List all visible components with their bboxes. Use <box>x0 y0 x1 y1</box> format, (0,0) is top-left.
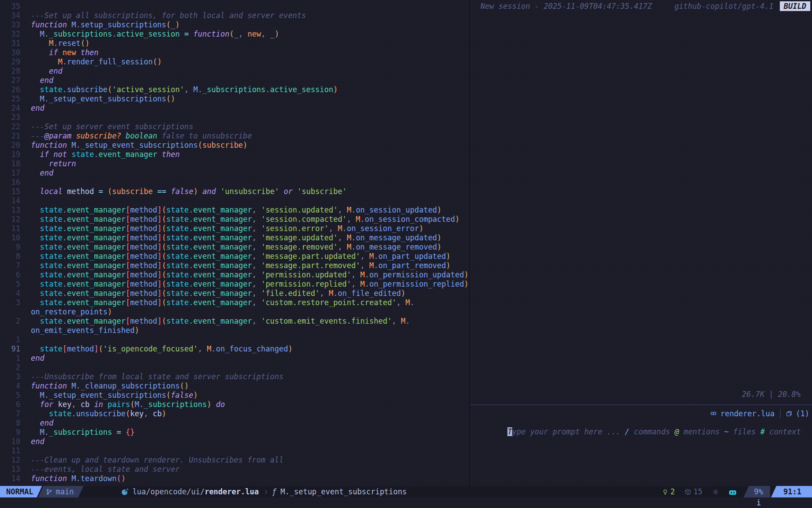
breadcrumb-function: M._setup_event_subscriptions <box>280 486 407 497</box>
git-branch[interactable]: main <box>38 486 83 497</box>
line-number: 11 <box>0 224 20 233</box>
code-line[interactable]: 3---Unsubscribe from local state and ser… <box>0 372 469 381</box>
code-text: state.event_manager[method](state.event_… <box>31 215 460 224</box>
code-line[interactable]: 22---Set up server event subscriptions <box>0 122 469 131</box>
line-number: 20 <box>0 141 20 150</box>
chat-panel: New session - 2025-11-09T04:47:35.417Z g… <box>470 0 812 486</box>
code-line[interactable]: 2 <box>0 363 469 372</box>
code-line[interactable]: 14 <box>0 196 469 205</box>
input-window-separator[interactable] <box>470 404 812 405</box>
code-line[interactable]: 4function M._cleanup_subscriptions() <box>0 381 469 391</box>
line-number: 3 <box>0 372 20 381</box>
model-label: github-copilot/gpt-4.1 <box>674 2 774 11</box>
code-text: state.subscribe('active_session', M._sub… <box>31 85 338 94</box>
code-line[interactable]: 24end <box>0 104 469 113</box>
code-line[interactable]: 13---events, local state and server <box>0 465 469 474</box>
code-line[interactable]: 9 state.event_manager[method](state.even… <box>0 243 469 252</box>
code-text: state.event_manager[method](state.event_… <box>31 261 451 270</box>
diagnostics-hint[interactable]: 2 <box>662 486 675 497</box>
code-line[interactable]: 32 M._subscriptions.active_session = fun… <box>0 30 469 39</box>
code-line[interactable]: 27 end <box>0 76 469 85</box>
line-number: 6 <box>0 400 20 409</box>
code-line[interactable]: 35 <box>0 2 469 11</box>
code-line[interactable]: on_emit_events_finished) <box>0 326 469 335</box>
line-number: 34 <box>0 11 20 20</box>
code-line[interactable]: 26 state.subscribe('active_session', M._… <box>0 85 469 94</box>
code-text: state.event_manager[method](state.event_… <box>31 289 406 298</box>
line-number: 11 <box>0 446 20 456</box>
code-line[interactable]: 5 M._setup_event_subscriptions(false) <box>0 391 469 400</box>
code-line[interactable]: 7 state.event_manager[method](state.even… <box>0 261 469 270</box>
code-line[interactable]: 7 state.unsubscribe(key, cb) <box>0 409 469 418</box>
code-text: ---Clean up and teardown renderer. Unsub… <box>31 456 283 465</box>
code-line[interactable]: 25 M._setup_event_subscriptions() <box>0 94 469 104</box>
code-line[interactable]: 18 return <box>0 159 469 168</box>
line-number: 30 <box>0 48 20 57</box>
code-text: M._setup_event_subscriptions(false) <box>31 391 198 400</box>
line-number: 26 <box>0 85 20 94</box>
code-text: end <box>31 437 45 446</box>
prompt-cursor: T <box>507 427 512 436</box>
gear-icon[interactable] <box>712 489 719 495</box>
code-line[interactable]: 31 M.reset() <box>0 39 469 48</box>
code-line[interactable]: 4 state.event_manager[method](state.even… <box>0 289 469 298</box>
code-line[interactable]: 15 local method = (subscribe == false) a… <box>0 187 469 196</box>
code-line[interactable]: 12---Clean up and teardown renderer. Uns… <box>0 456 469 465</box>
code-line[interactable]: 8 end <box>0 418 469 428</box>
code-text: end <box>31 168 53 178</box>
line-number: 8 <box>0 418 20 428</box>
code-line[interactable]: 91 state[method]('is_opencode_focused', … <box>0 344 469 354</box>
code-line[interactable]: 6 for key, cb in pairs(M._subscriptions)… <box>0 400 469 409</box>
symbol-breadcrumb[interactable]: ƒ M._setup_event_subscriptions <box>264 486 407 497</box>
code-line[interactable]: 14function M.teardown() <box>0 474 469 483</box>
code-line[interactable]: 11 <box>0 446 469 456</box>
code-line[interactable]: 10end <box>0 437 469 446</box>
code-line[interactable]: 30 if new then <box>0 48 469 57</box>
code-line[interactable]: on_restore_points) <box>0 307 469 317</box>
code-line[interactable]: 3 state.event_manager[method](state.even… <box>0 298 469 307</box>
code-text: on_restore_points) <box>31 307 112 317</box>
file-breadcrumb[interactable]: lua/opencode/ui/renderer.lua <box>121 486 259 497</box>
input-winbar: renderer.lua │ (1) <box>710 409 809 418</box>
code-line[interactable]: 28 end <box>0 67 469 76</box>
code-line[interactable]: 16 <box>0 178 469 187</box>
code-text: M.render_full_session() <box>31 57 162 67</box>
code-line[interactable]: 10 state.event_manager[method](state.eve… <box>0 233 469 243</box>
code-text: state.event_manager[method](state.event_… <box>31 252 451 261</box>
mode-indicator: NORMAL <box>0 486 42 497</box>
attached-file-chip[interactable]: renderer.lua <box>720 409 775 418</box>
scroll-percent: 9% <box>744 486 770 497</box>
code-line[interactable]: 34---Set up all subscriptions, for both … <box>0 11 469 20</box>
code-line[interactable]: 6 state.event_manager[method](state.even… <box>0 270 469 280</box>
lua-file-icon <box>121 488 129 496</box>
code-line[interactable]: 20function M._setup_event_subscriptions(… <box>0 141 469 150</box>
code-line[interactable]: 1 <box>0 335 469 344</box>
code-line[interactable]: 21---@param subscribe? boolean false to … <box>0 131 469 141</box>
code-line[interactable]: 9 M._subscriptions = {} <box>0 428 469 437</box>
code-text: if not state.event_manager then <box>31 150 180 159</box>
code-line[interactable]: 11 state.event_manager[method](state.eve… <box>0 224 469 233</box>
code-line[interactable]: 1end <box>0 354 469 363</box>
code-line[interactable]: 33function M.setup_subscriptions(_) <box>0 20 469 30</box>
prompt-input[interactable]: Type your prompt here ... / commands @ m… <box>480 418 801 428</box>
line-number: 1 <box>0 354 20 363</box>
editor-pane[interactable]: 3534---Set up all subscriptions, for bot… <box>0 2 469 483</box>
line-number: 14 <box>0 474 20 483</box>
code-line[interactable]: 2 state.event_manager[method](state.even… <box>0 317 469 326</box>
code-text: on_emit_events_finished) <box>31 326 139 335</box>
session-header: New session - 2025-11-09T04:47:35.417Z g… <box>480 1 810 11</box>
code-line[interactable]: 5 state.event_manager[method](state.even… <box>0 280 469 289</box>
code-line[interactable]: 19 if not state.event_manager then <box>0 150 469 159</box>
code-line[interactable]: 13 state.event_manager[method](state.eve… <box>0 205 469 215</box>
code-line[interactable]: 12 state.event_manager[method](state.eve… <box>0 215 469 224</box>
code-text: if new then <box>31 48 99 57</box>
buffer-count-chip[interactable]: (1) <box>796 409 809 418</box>
code-line[interactable]: 29 M.render_full_session() <box>0 57 469 67</box>
code-text: state.unsubscribe(key, cb) <box>31 409 166 418</box>
code-line[interactable]: 17 end <box>0 168 469 178</box>
code-line[interactable]: 8 state.event_manager[method](state.even… <box>0 252 469 261</box>
code-line[interactable]: 23 <box>0 113 469 122</box>
copilot-robot-icon[interactable] <box>729 489 737 495</box>
plugin-status[interactable]: 15 <box>685 486 702 497</box>
line-number: 3 <box>0 298 20 307</box>
